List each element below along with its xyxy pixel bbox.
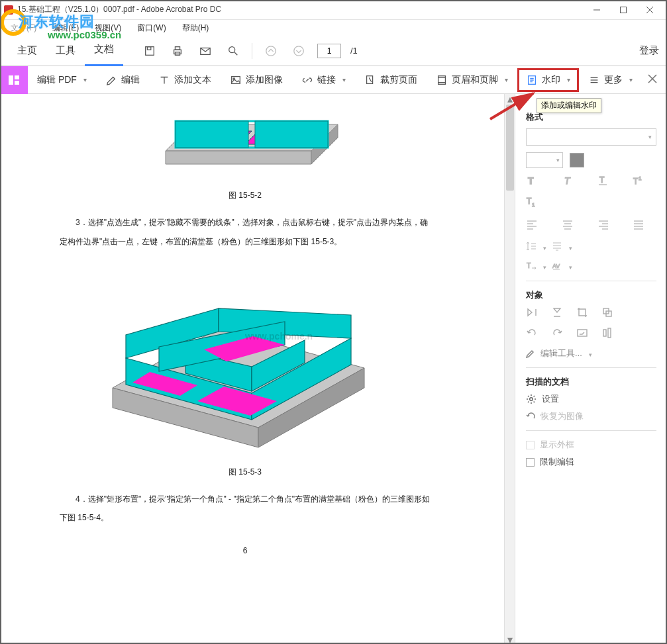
horizontal-scale-icon: T bbox=[526, 260, 537, 273]
text-icon bbox=[158, 74, 170, 86]
maximize-button[interactable] bbox=[610, 1, 637, 19]
edit-icon bbox=[105, 74, 117, 86]
align-right-button[interactable] bbox=[597, 218, 612, 233]
align-objects-button[interactable] bbox=[601, 327, 613, 341]
close-toolbar-button[interactable] bbox=[647, 73, 658, 87]
hscale-select[interactable] bbox=[542, 261, 546, 271]
superscript-button[interactable]: T1 bbox=[633, 175, 647, 189]
svg-text:1: 1 bbox=[532, 202, 535, 208]
paragraph-3: 3．选择"点选生成"，提示"隐藏不需要的线条"，选择对象，点击鼠标右键，提示"点… bbox=[60, 213, 431, 252]
more-button[interactable]: 更多 bbox=[579, 66, 642, 94]
edit-pdf-toolbar: 编辑 PDF 编辑 添加文本 添加图像 链接 裁剪页面 页眉和页脚 水印 更多 bbox=[0, 66, 667, 94]
svg-line-11 bbox=[234, 52, 238, 55]
figure-15-5-2 bbox=[99, 98, 378, 177]
page-up-button[interactable] bbox=[262, 42, 280, 60]
gear-icon bbox=[526, 394, 537, 404]
svg-text:T: T bbox=[527, 197, 532, 206]
svg-rect-15 bbox=[15, 75, 19, 79]
scroll-thumb[interactable] bbox=[506, 105, 514, 191]
bold-button[interactable]: T bbox=[526, 175, 540, 189]
show-outline-checkbox[interactable]: 显示外框 bbox=[526, 439, 656, 451]
tab-home[interactable]: 主页 bbox=[8, 36, 46, 66]
edit-tools-dropdown[interactable]: 编辑工具... bbox=[526, 347, 656, 359]
menu-bar: 文件(F) 编辑(E) 视图(V) 窗口(W) 帮助(H) bbox=[0, 20, 667, 36]
align-center-button[interactable] bbox=[562, 218, 576, 233]
figure-caption-2: 图 15-5-3 bbox=[60, 467, 431, 478]
char-spacing-select[interactable] bbox=[568, 261, 572, 271]
window-title: 15.基础工程（V25.1.0）0007.pdf - Adobe Acrobat… bbox=[17, 4, 221, 15]
save-button[interactable] bbox=[140, 42, 159, 60]
font-color-picker[interactable] bbox=[570, 153, 584, 167]
arrange-button[interactable] bbox=[601, 306, 613, 320]
login-button[interactable]: 登录 bbox=[639, 44, 659, 57]
crop-object-button[interactable] bbox=[576, 306, 588, 320]
svg-point-13 bbox=[294, 46, 303, 55]
svg-rect-17 bbox=[232, 76, 240, 83]
search-button[interactable] bbox=[224, 42, 242, 60]
page-number-input[interactable] bbox=[317, 44, 341, 58]
close-icon bbox=[647, 73, 658, 84]
scroll-down-icon[interactable]: ▾ bbox=[505, 635, 515, 644]
vertical-scrollbar[interactable]: ▴ ▾ bbox=[504, 94, 515, 644]
italic-button[interactable]: T bbox=[562, 175, 576, 189]
edit-pdf-dropdown[interactable]: 编辑 PDF bbox=[28, 66, 96, 94]
watermark-tooltip: 添加或编辑水印 bbox=[537, 98, 601, 113]
font-size-select[interactable] bbox=[526, 152, 563, 168]
svg-rect-80 bbox=[603, 330, 606, 336]
menu-help[interactable]: 帮助(H) bbox=[174, 21, 217, 35]
menu-edit[interactable]: 编辑(E) bbox=[44, 21, 87, 35]
replace-image-button[interactable] bbox=[576, 327, 588, 341]
email-button[interactable] bbox=[196, 42, 215, 60]
crop-icon bbox=[364, 74, 376, 86]
limit-edit-checkbox[interactable]: 限制编辑 bbox=[526, 456, 656, 468]
svg-text:T: T bbox=[527, 261, 531, 269]
add-image-button[interactable]: 添加图像 bbox=[221, 66, 292, 94]
page-down-button[interactable] bbox=[289, 42, 308, 60]
page-view[interactable]: 图 15-5-2 3．选择"点选生成"，提示"隐藏不需要的线条"，选择对象，点击… bbox=[0, 94, 504, 644]
scroll-up-icon[interactable]: ▴ bbox=[505, 94, 515, 103]
align-justify-button[interactable] bbox=[633, 218, 647, 233]
line-spacing-select[interactable] bbox=[542, 242, 546, 252]
header-footer-button[interactable]: 页眉和页脚 bbox=[427, 66, 517, 94]
svg-rect-81 bbox=[608, 328, 611, 338]
edit-button[interactable]: 编辑 bbox=[96, 66, 149, 94]
add-text-button[interactable]: 添加文本 bbox=[149, 66, 221, 94]
image-icon bbox=[230, 74, 242, 86]
crop-button[interactable]: 裁剪页面 bbox=[355, 66, 427, 94]
font-family-select[interactable] bbox=[526, 128, 656, 146]
rotate-ccw-button[interactable] bbox=[526, 327, 538, 341]
page-number: 6 bbox=[60, 546, 431, 555]
figure-caption-1: 图 15-5-2 bbox=[60, 190, 431, 201]
menu-file[interactable]: 文件(F) bbox=[3, 21, 44, 35]
line-spacing-icon bbox=[526, 241, 537, 253]
restore-image-button[interactable]: 恢复为图像 bbox=[526, 410, 656, 422]
close-button[interactable] bbox=[637, 1, 663, 19]
menu-window[interactable]: 窗口(W) bbox=[129, 21, 174, 35]
object-title: 对象 bbox=[526, 289, 656, 301]
flip-h-button[interactable] bbox=[526, 306, 538, 320]
svg-text:T: T bbox=[633, 177, 639, 186]
app-icon bbox=[4, 5, 13, 15]
tab-tools[interactable]: 工具 bbox=[46, 36, 85, 66]
svg-rect-14 bbox=[9, 75, 13, 85]
paragraph-4: 4．选择"矩形布置"，提示"指定第一个角点" - "指定第二个角点"布置的满堂基… bbox=[60, 490, 431, 528]
minimize-button[interactable] bbox=[584, 1, 610, 19]
link-button[interactable]: 链接 bbox=[292, 66, 355, 94]
align-row bbox=[526, 218, 656, 233]
settings-button[interactable]: 设置 bbox=[526, 393, 656, 405]
flip-v-button[interactable] bbox=[551, 306, 563, 320]
menu-view[interactable]: 视图(V) bbox=[87, 21, 129, 35]
watermark-icon bbox=[526, 74, 538, 86]
rotate-cw-button[interactable] bbox=[551, 327, 563, 341]
underline-button[interactable]: T bbox=[597, 175, 612, 189]
subscript-button[interactable]: T1 bbox=[526, 196, 540, 210]
edit-pdf-panel-icon[interactable] bbox=[0, 66, 28, 94]
svg-rect-1 bbox=[621, 7, 627, 13]
print-button[interactable] bbox=[168, 42, 187, 60]
para-spacing-select[interactable] bbox=[568, 242, 572, 252]
align-left-button[interactable] bbox=[526, 218, 540, 233]
watermark-button[interactable]: 水印 bbox=[517, 68, 579, 92]
tab-document[interactable]: 文档 bbox=[85, 36, 123, 66]
text-style-row: T T T T1 T1 bbox=[526, 175, 656, 210]
svg-text:T: T bbox=[564, 175, 571, 186]
